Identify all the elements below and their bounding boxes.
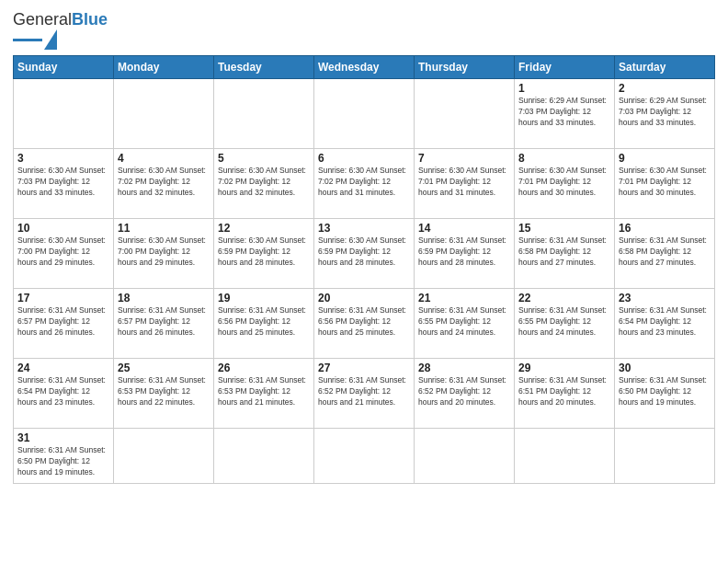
calendar-cell: 7Sunrise: 6:30 AM Sunset: 7:01 PM Daylig… <box>415 149 515 219</box>
calendar-week-row: 31Sunrise: 6:31 AM Sunset: 6:50 PM Dayli… <box>14 429 715 484</box>
calendar-cell <box>214 79 314 149</box>
calendar-cell <box>214 429 314 484</box>
day-info: Sunrise: 6:31 AM Sunset: 6:58 PM Dayligh… <box>619 236 711 269</box>
day-info: Sunrise: 6:31 AM Sunset: 6:55 PM Dayligh… <box>518 305 610 339</box>
calendar-cell: 14Sunrise: 6:31 AM Sunset: 6:59 PM Dayli… <box>415 219 515 289</box>
day-info: Sunrise: 6:31 AM Sunset: 6:57 PM Dayligh… <box>118 305 210 339</box>
day-number: 11 <box>118 222 210 235</box>
calendar-cell: 2Sunrise: 6:29 AM Sunset: 7:03 PM Daylig… <box>615 79 715 149</box>
weekday-header-cell: Saturday <box>615 56 715 79</box>
day-info: Sunrise: 6:29 AM Sunset: 7:03 PM Dayligh… <box>619 96 711 129</box>
calendar-week-row: 24Sunrise: 6:31 AM Sunset: 6:54 PM Dayli… <box>14 359 715 429</box>
day-number: 21 <box>418 292 510 304</box>
day-info: Sunrise: 6:31 AM Sunset: 6:51 PM Dayligh… <box>518 375 610 408</box>
calendar-cell: 4Sunrise: 6:30 AM Sunset: 7:02 PM Daylig… <box>114 149 214 219</box>
calendar-cell: 19Sunrise: 6:31 AM Sunset: 6:56 PM Dayli… <box>214 289 314 359</box>
calendar-cell: 27Sunrise: 6:31 AM Sunset: 6:52 PM Dayli… <box>314 359 415 429</box>
calendar-cell: 17Sunrise: 6:31 AM Sunset: 6:57 PM Dayli… <box>14 289 114 359</box>
day-info: Sunrise: 6:31 AM Sunset: 6:52 PM Dayligh… <box>318 375 410 408</box>
day-number: 5 <box>218 152 310 165</box>
day-number: 9 <box>619 152 711 165</box>
calendar-cell <box>415 79 515 149</box>
calendar-cell: 6Sunrise: 6:30 AM Sunset: 7:02 PM Daylig… <box>314 149 415 219</box>
weekday-header-cell: Sunday <box>14 56 114 79</box>
day-info: Sunrise: 6:30 AM Sunset: 6:59 PM Dayligh… <box>318 236 410 269</box>
day-number: 14 <box>418 222 510 235</box>
day-number: 12 <box>218 222 310 235</box>
weekday-header-cell: Friday <box>515 56 615 79</box>
day-info: Sunrise: 6:30 AM Sunset: 7:02 PM Dayligh… <box>318 166 410 199</box>
day-number: 30 <box>619 362 711 374</box>
calendar-cell: 29Sunrise: 6:31 AM Sunset: 6:51 PM Dayli… <box>515 359 615 429</box>
day-info: Sunrise: 6:31 AM Sunset: 6:52 PM Dayligh… <box>418 375 510 408</box>
day-info: Sunrise: 6:30 AM Sunset: 7:01 PM Dayligh… <box>418 166 510 199</box>
calendar-cell: 26Sunrise: 6:31 AM Sunset: 6:53 PM Dayli… <box>214 359 314 429</box>
day-number: 26 <box>218 362 310 374</box>
calendar-cell <box>314 429 415 484</box>
calendar-cell <box>114 429 214 484</box>
day-number: 18 <box>118 292 210 304</box>
day-info: Sunrise: 6:30 AM Sunset: 6:59 PM Dayligh… <box>218 236 310 269</box>
day-number: 28 <box>418 362 510 374</box>
weekday-header-cell: Thursday <box>415 56 515 79</box>
logo: GeneralBlue <box>13 11 108 50</box>
calendar-cell: 1Sunrise: 6:29 AM Sunset: 7:03 PM Daylig… <box>515 79 615 149</box>
day-number: 31 <box>17 431 109 444</box>
calendar-cell <box>14 79 114 149</box>
calendar-cell: 21Sunrise: 6:31 AM Sunset: 6:55 PM Dayli… <box>415 289 515 359</box>
day-info: Sunrise: 6:31 AM Sunset: 6:54 PM Dayligh… <box>17 375 109 408</box>
day-number: 2 <box>619 82 711 95</box>
day-number: 4 <box>118 152 210 165</box>
calendar-cell: 9Sunrise: 6:30 AM Sunset: 7:01 PM Daylig… <box>615 149 715 219</box>
day-number: 13 <box>318 222 410 235</box>
calendar-week-row: 1Sunrise: 6:29 AM Sunset: 7:03 PM Daylig… <box>14 79 715 149</box>
day-info: Sunrise: 6:30 AM Sunset: 7:03 PM Dayligh… <box>17 166 109 199</box>
calendar-week-row: 17Sunrise: 6:31 AM Sunset: 6:57 PM Dayli… <box>14 289 715 359</box>
day-info: Sunrise: 6:31 AM Sunset: 6:50 PM Dayligh… <box>17 445 109 478</box>
calendar-cell <box>415 429 515 484</box>
day-number: 3 <box>17 152 109 165</box>
calendar-cell: 13Sunrise: 6:30 AM Sunset: 6:59 PM Dayli… <box>314 219 415 289</box>
calendar-cell <box>615 429 715 484</box>
calendar-cell: 3Sunrise: 6:30 AM Sunset: 7:03 PM Daylig… <box>14 149 114 219</box>
day-number: 6 <box>318 152 410 165</box>
day-info: Sunrise: 6:31 AM Sunset: 6:57 PM Dayligh… <box>17 305 109 339</box>
calendar-week-row: 10Sunrise: 6:30 AM Sunset: 7:00 PM Dayli… <box>14 219 715 289</box>
day-info: Sunrise: 6:30 AM Sunset: 7:00 PM Dayligh… <box>17 236 109 269</box>
day-number: 16 <box>619 222 711 235</box>
calendar-week-row: 3Sunrise: 6:30 AM Sunset: 7:03 PM Daylig… <box>14 149 715 219</box>
calendar-cell: 31Sunrise: 6:31 AM Sunset: 6:50 PM Dayli… <box>14 429 114 484</box>
weekday-header-cell: Tuesday <box>214 56 314 79</box>
day-number: 15 <box>518 222 610 235</box>
day-number: 7 <box>418 152 510 165</box>
calendar-cell: 24Sunrise: 6:31 AM Sunset: 6:54 PM Dayli… <box>14 359 114 429</box>
day-number: 27 <box>318 362 410 374</box>
day-number: 17 <box>17 292 109 304</box>
day-number: 20 <box>318 292 410 304</box>
weekday-header-row: SundayMondayTuesdayWednesdayThursdayFrid… <box>14 56 715 79</box>
day-info: Sunrise: 6:31 AM Sunset: 6:59 PM Dayligh… <box>418 236 510 269</box>
day-info: Sunrise: 6:31 AM Sunset: 6:55 PM Dayligh… <box>418 305 510 339</box>
calendar-cell: 8Sunrise: 6:30 AM Sunset: 7:01 PM Daylig… <box>515 149 615 219</box>
day-number: 29 <box>518 362 610 374</box>
calendar-cell: 22Sunrise: 6:31 AM Sunset: 6:55 PM Dayli… <box>515 289 615 359</box>
day-info: Sunrise: 6:30 AM Sunset: 7:00 PM Dayligh… <box>118 236 210 269</box>
day-info: Sunrise: 6:31 AM Sunset: 6:56 PM Dayligh… <box>318 305 410 339</box>
calendar-cell: 5Sunrise: 6:30 AM Sunset: 7:02 PM Daylig… <box>214 149 314 219</box>
calendar-cell: 30Sunrise: 6:31 AM Sunset: 6:50 PM Dayli… <box>615 359 715 429</box>
calendar-body: 1Sunrise: 6:29 AM Sunset: 7:03 PM Daylig… <box>14 79 715 484</box>
day-info: Sunrise: 6:31 AM Sunset: 6:58 PM Dayligh… <box>518 236 610 269</box>
calendar-cell: 28Sunrise: 6:31 AM Sunset: 6:52 PM Dayli… <box>415 359 515 429</box>
calendar-cell: 25Sunrise: 6:31 AM Sunset: 6:53 PM Dayli… <box>114 359 214 429</box>
logo-text: GeneralBlue <box>13 11 108 28</box>
day-number: 24 <box>17 362 109 374</box>
calendar-table: SundayMondayTuesdayWednesdayThursdayFrid… <box>13 55 715 484</box>
day-number: 23 <box>619 292 711 304</box>
weekday-header-cell: Wednesday <box>314 56 415 79</box>
calendar-cell: 23Sunrise: 6:31 AM Sunset: 6:54 PM Dayli… <box>615 289 715 359</box>
day-number: 19 <box>218 292 310 304</box>
calendar-cell <box>515 429 615 484</box>
day-info: Sunrise: 6:30 AM Sunset: 7:01 PM Dayligh… <box>518 166 610 199</box>
calendar-cell: 11Sunrise: 6:30 AM Sunset: 7:00 PM Dayli… <box>114 219 214 289</box>
calendar-cell: 15Sunrise: 6:31 AM Sunset: 6:58 PM Dayli… <box>515 219 615 289</box>
